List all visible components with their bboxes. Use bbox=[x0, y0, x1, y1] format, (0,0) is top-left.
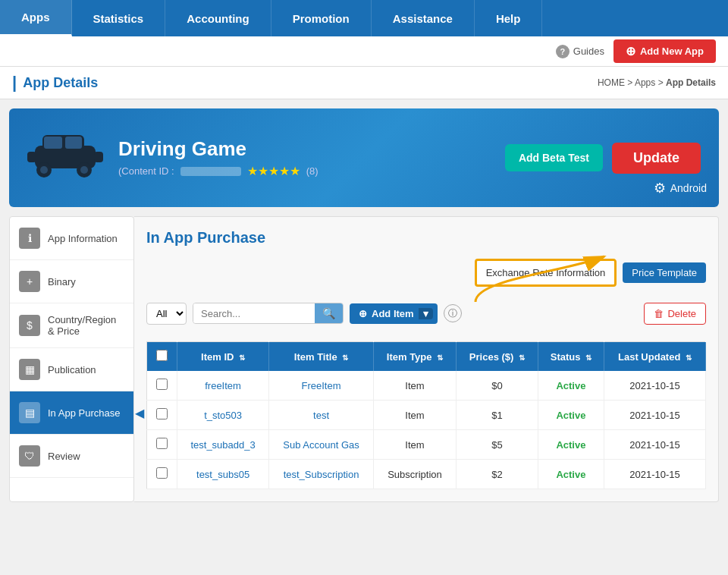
header-checkbox-cell bbox=[147, 342, 177, 372]
sidebar: ℹ App Information + Binary $ Country/Reg… bbox=[9, 216, 134, 502]
binary-icon: + bbox=[19, 271, 40, 292]
nav-item-assistance[interactable]: Assistance bbox=[372, 0, 475, 36]
guides-button[interactable]: ? Guides bbox=[556, 45, 604, 58]
svg-rect-6 bbox=[27, 152, 36, 162]
popup-area: Exchange Rate Information Price Template bbox=[146, 259, 706, 291]
nav-item-apps[interactable]: Apps bbox=[0, 0, 72, 36]
table-row: t_sto503 test Item $1 Active 2021-10-15 bbox=[147, 401, 706, 430]
sidebar-item-binary[interactable]: + Binary bbox=[10, 260, 133, 303]
data-table: Item ID ⇅ Item Title ⇅ Item Type ⇅ Price… bbox=[146, 341, 706, 489]
table-row: test_subs05 test_Subscription Subscripti… bbox=[147, 460, 706, 489]
row-last-updated: 2021-10-15 bbox=[604, 460, 706, 489]
item-id-link[interactable]: freeItem bbox=[205, 380, 241, 391]
sidebar-item-country-region-price[interactable]: $ Country/Region & Price bbox=[10, 303, 133, 348]
header-item-id: Item ID ⇅ bbox=[177, 342, 269, 372]
row-checkbox[interactable] bbox=[156, 408, 168, 419]
sidebar-item-in-app-purchase[interactable]: ▤ In App Purchase bbox=[10, 391, 133, 435]
car-icon bbox=[27, 121, 103, 194]
row-checkbox-cell bbox=[147, 430, 177, 460]
app-info: Driving Game (Content ID : ★★★★★ (8) bbox=[118, 137, 490, 178]
breadcrumb: HOME > Apps > App Details bbox=[598, 77, 716, 88]
content-id-bar bbox=[180, 167, 241, 176]
row-item-title: test_Subscription bbox=[269, 460, 374, 489]
sort-icon[interactable]: ⇅ bbox=[437, 353, 443, 362]
row-status: Active bbox=[538, 401, 604, 430]
content-area: In App Purchase Exchange Rate Informatio… bbox=[134, 216, 719, 502]
row-checkbox[interactable] bbox=[156, 379, 168, 390]
item-id-link[interactable]: test_subadd_3 bbox=[190, 439, 255, 451]
row-item-id: t_sto503 bbox=[177, 401, 269, 430]
search-button[interactable]: 🔍 bbox=[315, 303, 343, 323]
toolbar: All 🔍 ⊕ Add Item ▾ ⓘ bbox=[146, 294, 706, 332]
plus-icon: ⊕ bbox=[626, 44, 635, 58]
svg-rect-7 bbox=[94, 152, 103, 162]
sort-icon[interactable]: ⇅ bbox=[342, 353, 348, 362]
sort-icon[interactable]: ⇅ bbox=[686, 353, 692, 362]
search-input[interactable] bbox=[193, 303, 315, 323]
sub-header: ? Guides ⊕ Add New App bbox=[0, 36, 728, 67]
row-status: Active bbox=[538, 371, 604, 401]
header-item-type: Item Type ⇅ bbox=[373, 342, 456, 372]
nav-item-promotion[interactable]: Promotion bbox=[271, 0, 372, 36]
plus-icon: ⊕ bbox=[359, 308, 367, 319]
row-item-id: freeItem bbox=[177, 371, 269, 401]
row-price: $0 bbox=[457, 371, 538, 401]
sidebar-item-review[interactable]: 🛡 Review bbox=[10, 435, 133, 478]
nav-item-help[interactable]: Help bbox=[475, 0, 543, 36]
add-beta-test-button[interactable]: Add Beta Test bbox=[505, 144, 603, 171]
row-last-updated: 2021-10-15 bbox=[604, 430, 706, 460]
rating-count: (8) bbox=[306, 165, 318, 177]
search-box: 🔍 bbox=[193, 303, 344, 324]
item-title-link[interactable]: FreeItem bbox=[302, 380, 341, 391]
row-checkbox[interactable] bbox=[156, 467, 168, 479]
app-banner: Driving Game (Content ID : ★★★★★ (8) Add… bbox=[9, 108, 719, 207]
sidebar-item-publication[interactable]: ▦ Publication bbox=[10, 348, 133, 391]
row-item-type: Item bbox=[373, 401, 456, 430]
item-title-link[interactable]: test bbox=[313, 410, 329, 421]
delete-button[interactable]: 🗑 Delete bbox=[644, 303, 706, 325]
row-item-title: test bbox=[269, 401, 374, 430]
item-id-link[interactable]: test_subs05 bbox=[196, 469, 249, 480]
table-header-row: Item ID ⇅ Item Title ⇅ Item Type ⇅ Price… bbox=[147, 342, 706, 372]
dollar-icon: $ bbox=[19, 315, 40, 336]
row-checkbox[interactable] bbox=[156, 438, 168, 449]
nav-item-accounting[interactable]: Accounting bbox=[165, 0, 271, 36]
star-rating: ★★★★★ bbox=[247, 164, 300, 178]
item-title-link[interactable]: Sub Account Gas bbox=[283, 439, 359, 451]
header-item-title: Item Title ⇅ bbox=[269, 342, 374, 372]
sidebar-item-app-information[interactable]: ℹ App Information bbox=[10, 217, 133, 260]
sort-icon[interactable]: ⇅ bbox=[519, 353, 525, 362]
dropdown-arrow-icon[interactable]: ▾ bbox=[419, 308, 433, 319]
shield-icon: 🛡 bbox=[19, 445, 40, 467]
row-last-updated: 2021-10-15 bbox=[604, 371, 706, 401]
table-row: freeItem FreeItem Item $0 Active 2021-10… bbox=[147, 371, 706, 401]
add-new-app-button[interactable]: ⊕ Add New App bbox=[613, 39, 716, 63]
header-status: Status ⇅ bbox=[538, 342, 604, 372]
select-all-checkbox[interactable] bbox=[156, 350, 168, 361]
item-id-link[interactable]: t_sto503 bbox=[204, 410, 242, 421]
update-button[interactable]: Update bbox=[612, 143, 701, 174]
row-item-id: test_subadd_3 bbox=[177, 430, 269, 460]
row-checkbox-cell bbox=[147, 401, 177, 430]
sort-icon[interactable]: ⇅ bbox=[585, 353, 592, 362]
nav-item-statistics[interactable]: Statistics bbox=[72, 0, 166, 36]
row-price: $1 bbox=[457, 401, 538, 430]
section-title: In App Purchase bbox=[146, 229, 706, 247]
annotation-arrow bbox=[453, 249, 620, 309]
android-icon: ⚙ bbox=[654, 180, 666, 196]
platform-badge: ⚙ Android bbox=[654, 180, 707, 196]
add-item-button[interactable]: ⊕ Add Item ▾ bbox=[350, 303, 438, 324]
filter-select[interactable]: All bbox=[146, 303, 187, 325]
trash-icon: 🗑 bbox=[654, 308, 664, 319]
header-last-updated: Last Updated ⇅ bbox=[604, 342, 706, 372]
svg-rect-8 bbox=[44, 137, 62, 149]
item-title-link[interactable]: test_Subscription bbox=[284, 469, 359, 480]
row-item-title: FreeItem bbox=[269, 371, 374, 401]
price-template-button[interactable]: Price Template bbox=[623, 262, 706, 283]
svg-rect-9 bbox=[65, 137, 82, 149]
sort-icon[interactable]: ⇅ bbox=[239, 353, 245, 362]
publication-icon: ▦ bbox=[19, 359, 40, 380]
app-meta: (Content ID : ★★★★★ (8) bbox=[118, 164, 490, 178]
row-price: $2 bbox=[457, 460, 538, 489]
top-navigation: Apps Statistics Accounting Promotion Ass… bbox=[0, 0, 728, 36]
